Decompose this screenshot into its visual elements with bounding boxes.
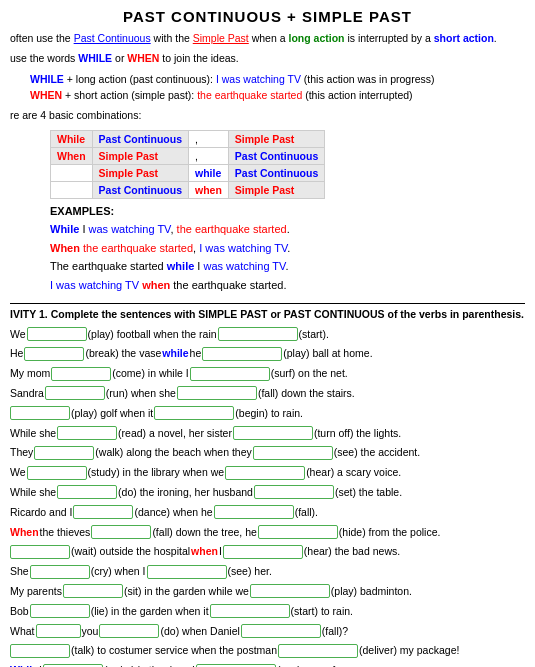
example-3: The earthquake started while I was watch…	[50, 257, 525, 276]
input-2b[interactable]	[202, 347, 282, 361]
combinations-table: While Past Continuous , Simple Past When…	[50, 130, 325, 199]
input-4b[interactable]	[177, 386, 257, 400]
input-8b[interactable]	[225, 466, 305, 480]
input-1a[interactable]	[27, 327, 87, 341]
exercise-row: Bob(lie) in the garden when it(start) to…	[10, 603, 525, 620]
table-cell: Simple Past	[92, 147, 188, 164]
example-2: When the earthquake started, I was watch…	[50, 239, 525, 258]
input-15b[interactable]	[210, 604, 290, 618]
exercise-row: When the thieves(fall) down the tree, he…	[10, 524, 525, 541]
input-10a[interactable]	[73, 505, 133, 519]
table-cell: Past Continuous	[92, 130, 188, 147]
input-16a[interactable]	[36, 624, 81, 638]
input-8a[interactable]	[27, 466, 87, 480]
input-10b[interactable]	[214, 505, 294, 519]
example-4: I was watching TV when the earthquake st…	[50, 276, 525, 295]
table-cell: Past Continuous	[228, 147, 324, 164]
input-3a[interactable]	[51, 367, 111, 381]
table-cell: While	[51, 130, 93, 147]
table-cell: When	[51, 147, 93, 164]
exercise-row: While I(swim) in the river, I(see) some …	[10, 662, 525, 667]
table-cell: Simple Past	[92, 164, 188, 181]
input-18b[interactable]	[196, 664, 276, 667]
input-6b[interactable]	[233, 426, 313, 440]
combinations-header: re are 4 basic combinations:	[10, 108, 525, 124]
exercise-row: (play) golf when it(begin) to rain.	[10, 405, 525, 422]
table-cell: while	[189, 164, 229, 181]
activity-title: IVITY 1. Complete the sentences with SIM…	[10, 303, 525, 320]
while-section: WHILE + long action (past continuous): I…	[30, 71, 525, 105]
input-1b[interactable]	[218, 327, 298, 341]
page-title: PAST CONTINUOUS + SIMPLE PAST	[10, 8, 525, 25]
table-cell	[51, 181, 93, 198]
table-cell: Simple Past	[228, 181, 324, 198]
input-14b[interactable]	[250, 584, 330, 598]
exercise-row: While she(do) the ironing, her husband(s…	[10, 484, 525, 501]
input-11a[interactable]	[91, 525, 151, 539]
exercise-row: My mom(come) in while I(surf) on the net…	[10, 365, 525, 382]
exercise-row: Sandra(run) when she(fall) down the stai…	[10, 385, 525, 402]
exercise-row: While she(read) a novel, her sister(turn…	[10, 425, 525, 442]
exercise-row: Ricardo and I(dance) when he(fall).	[10, 504, 525, 521]
input-11b[interactable]	[258, 525, 338, 539]
exercise-row: (talk) to costumer service when the post…	[10, 642, 525, 659]
examples-section: EXAMPLES: While I was watching TV, the e…	[50, 205, 525, 295]
input-13b[interactable]	[147, 565, 227, 579]
input-15a[interactable]	[30, 604, 90, 618]
input-7b[interactable]	[253, 446, 333, 460]
exercise-row: Whatyou(do) when Daniel(fall)?	[10, 623, 525, 640]
table-cell: ,	[189, 147, 229, 164]
input-6a[interactable]	[57, 426, 117, 440]
examples-label: EXAMPLES:	[50, 205, 525, 217]
exercise-row: He(break) the vase while he(play) ball a…	[10, 345, 525, 362]
table-cell: when	[189, 181, 229, 198]
table-cell: Simple Past	[228, 130, 324, 147]
input-5b[interactable]	[154, 406, 234, 420]
input-12b[interactable]	[223, 545, 303, 559]
input-3b[interactable]	[190, 367, 270, 381]
exercise-row: She(cry) when I(see) her.	[10, 563, 525, 580]
example-1: While I was watching TV, the earthquake …	[50, 220, 525, 239]
input-4a[interactable]	[45, 386, 105, 400]
table-cell: ,	[189, 130, 229, 147]
exercise-row: We(play) football when the rain(start).	[10, 326, 525, 343]
exercise-row: They(walk) along the beach when they(see…	[10, 444, 525, 461]
input-17a[interactable]	[10, 644, 70, 658]
input-16b[interactable]	[99, 624, 159, 638]
table-cell	[51, 164, 93, 181]
input-2a[interactable]	[24, 347, 84, 361]
input-18a[interactable]	[43, 664, 103, 667]
exercise-row: We(study) in the library when we(hear) a…	[10, 464, 525, 481]
input-9a[interactable]	[57, 485, 117, 499]
input-12a[interactable]	[10, 545, 70, 559]
exercise-row: (wait) outside the hospital when I(hear)…	[10, 543, 525, 560]
input-5a[interactable]	[10, 406, 70, 420]
intro-line2: use the words WHILE or WHEN to join the …	[10, 51, 525, 67]
input-9b[interactable]	[254, 485, 334, 499]
input-17b[interactable]	[278, 644, 358, 658]
table-cell: Past Continuous	[228, 164, 324, 181]
intro-line1: often use the Past Continuous with the S…	[10, 31, 525, 47]
input-14a[interactable]	[63, 584, 123, 598]
input-13a[interactable]	[30, 565, 90, 579]
input-7a[interactable]	[34, 446, 94, 460]
exercises-container: We(play) football when the rain(start). …	[10, 326, 525, 667]
table-cell: Past Continuous	[92, 181, 188, 198]
input-16c[interactable]	[241, 624, 321, 638]
exercise-row: My parents(sit) in the garden while we(p…	[10, 583, 525, 600]
